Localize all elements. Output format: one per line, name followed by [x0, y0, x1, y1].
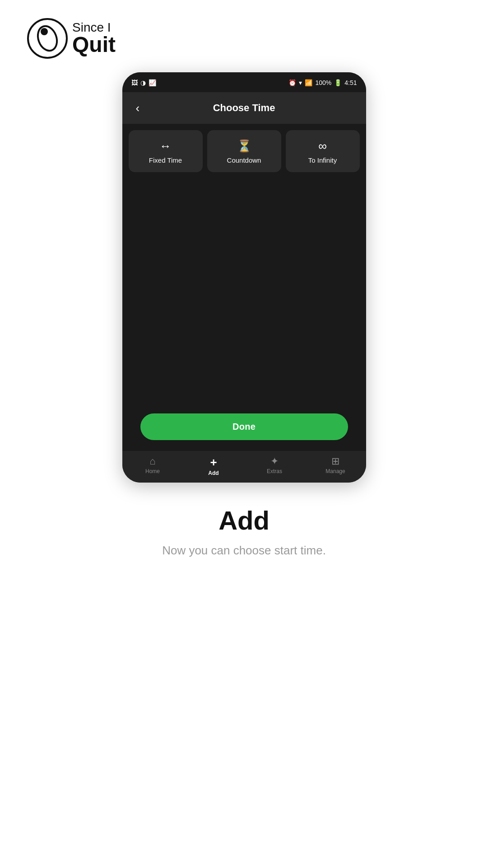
- app-logo-icon: [27, 18, 68, 59]
- signal-icon: 📶: [305, 79, 312, 86]
- countdown-label: Countdown: [227, 156, 261, 164]
- header-title: Choose Time: [213, 102, 275, 114]
- time-option-countdown[interactable]: ⏳ Countdown: [207, 130, 281, 172]
- status-right-info: ⏰ ▾ 📶 100% 🔋 4:51: [288, 79, 357, 86]
- time-option-to-infinity[interactable]: ∞ To Infinity: [286, 130, 360, 172]
- nav-item-home[interactable]: ⌂ Home: [122, 456, 183, 476]
- svg-point-2: [41, 28, 48, 35]
- nav-label-home: Home: [145, 468, 160, 474]
- bottom-nav: ⌂ Home + Add ✦ Extras ⊞ Manage: [122, 451, 366, 483]
- logo-since: Since I: [72, 21, 116, 34]
- photo-icon: 🖼: [131, 79, 138, 86]
- below-phone-content: Add Now you can choose start time.: [0, 483, 488, 585]
- chart-icon: 📈: [149, 79, 156, 86]
- content-area: [122, 178, 366, 404]
- time-option-fixed-time[interactable]: ↔ Fixed Time: [129, 130, 203, 172]
- logo-area: Since I Quit: [0, 0, 488, 72]
- logo-quit: Quit: [72, 34, 116, 56]
- circle-icon: ◑: [140, 79, 146, 86]
- nav-label-manage: Manage: [325, 468, 345, 474]
- infinity-icon: ∞: [318, 140, 327, 152]
- wifi-icon: ▾: [299, 79, 302, 86]
- status-left-icons: 🖼 ◑ 📈: [131, 79, 156, 86]
- status-bar: 🖼 ◑ 📈 ⏰ ▾ 📶 100% 🔋 4:51: [122, 72, 366, 92]
- extras-icon: ✦: [270, 456, 279, 466]
- phone-frame: 🖼 ◑ 📈 ⏰ ▾ 📶 100% 🔋 4:51 ‹ Choose Time ↔ …: [122, 72, 366, 483]
- nav-item-add[interactable]: + Add: [183, 456, 244, 476]
- nav-item-extras[interactable]: ✦ Extras: [244, 456, 305, 476]
- below-title: Add: [27, 505, 461, 535]
- battery-icon: 🔋: [334, 79, 342, 86]
- app-header: ‹ Choose Time: [122, 92, 366, 124]
- add-icon: +: [210, 456, 217, 468]
- battery-percent: 100%: [315, 79, 331, 86]
- logo-text: Since I Quit: [72, 21, 116, 56]
- back-button[interactable]: ‹: [131, 100, 144, 116]
- home-icon: ⌂: [149, 456, 155, 466]
- svg-point-1: [35, 23, 60, 53]
- nav-item-manage[interactable]: ⊞ Manage: [305, 456, 366, 476]
- nav-label-add: Add: [208, 470, 218, 476]
- fixed-time-label: Fixed Time: [149, 156, 182, 164]
- clock-time: 4:51: [344, 79, 357, 86]
- to-infinity-label: To Infinity: [308, 156, 337, 164]
- svg-point-0: [28, 19, 67, 58]
- manage-icon: ⊞: [331, 456, 339, 466]
- time-options-row: ↔ Fixed Time ⏳ Countdown ∞ To Infinity: [122, 124, 366, 178]
- below-subtitle: Now you can choose start time.: [27, 544, 461, 558]
- alarm-icon: ⏰: [288, 79, 296, 86]
- done-button-area: Done: [122, 404, 366, 451]
- countdown-icon: ⏳: [237, 140, 251, 152]
- done-button[interactable]: Done: [140, 413, 348, 440]
- fixed-time-icon: ↔: [160, 140, 172, 152]
- nav-label-extras: Extras: [267, 468, 282, 474]
